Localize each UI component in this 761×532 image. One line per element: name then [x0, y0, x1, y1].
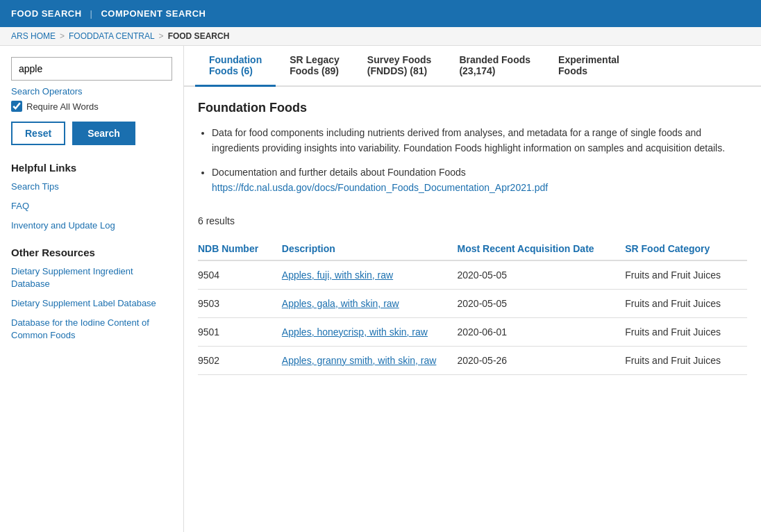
description-cell: Apples, gala, with skin, raw — [282, 289, 458, 317]
search-operators-link[interactable]: Search Operators — [11, 86, 172, 97]
info-list: Data for food components including nutri… — [198, 125, 747, 196]
table-row: 9504 Apples, fuji, with skin, raw 2020-0… — [198, 260, 747, 290]
results-table: NDB Number Description Most Recent Acqui… — [198, 238, 747, 375]
ndb-cell: 9503 — [198, 289, 282, 317]
category-cell: Fruits and Fruit Juices — [625, 260, 747, 290]
table-row: 9502 Apples, granny smith, with skin, ra… — [198, 346, 747, 374]
food-link-3[interactable]: Apples, granny smith, with skin, raw — [282, 355, 437, 366]
info-bullet-2: Documentation and further details about … — [212, 165, 747, 196]
food-link-0[interactable]: Apples, fuji, with skin, raw — [282, 269, 393, 281]
breadcrumb-sep-1: > — [60, 31, 65, 41]
col-header-date[interactable]: Most Recent Acquisition Date — [458, 238, 626, 260]
breadcrumb-ars-home[interactable]: ARS HOME — [11, 31, 56, 41]
other-resources-title: Other Resources — [11, 247, 172, 258]
date-cell: 2020-05-05 — [458, 260, 626, 290]
sidebar-link-faq[interactable]: FAQ — [11, 200, 172, 213]
food-link-1[interactable]: Apples, gala, with skin, raw — [282, 298, 399, 309]
sidebar-link-inventory[interactable]: Inventory and Update Log — [11, 219, 172, 232]
category-cell: Fruits and Fruit Juices — [625, 346, 747, 374]
category-cell: Fruits and Fruit Juices — [625, 317, 747, 346]
info-bullet-2-text: Documentation and further details about … — [212, 167, 466, 178]
col-header-description[interactable]: Description — [282, 238, 458, 260]
description-cell: Apples, honeycrisp, with skin, raw — [282, 317, 458, 346]
food-search-label[interactable]: FOOD SEARCH — [11, 8, 82, 19]
food-link-2[interactable]: Apples, honeycrisp, with skin, raw — [282, 326, 428, 338]
category-cell: Fruits and Fruit Juices — [625, 289, 747, 317]
content-body: Foundation Foods Data for food component… — [184, 87, 761, 389]
ndb-cell: 9502 — [198, 346, 282, 374]
tab-foundation-foods[interactable]: FoundationFoods (6) — [195, 46, 276, 87]
results-count: 6 results — [198, 210, 747, 226]
tab-experimental-foods[interactable]: ExperimentalFoods — [544, 46, 633, 87]
description-cell: Apples, granny smith, with skin, raw — [282, 346, 458, 374]
breadcrumb: ARS HOME > FOODDATA CENTRAL > FOOD SEARC… — [0, 27, 761, 46]
section-title: Foundation Foods — [198, 101, 747, 115]
sidebar: Search Operators Require All Words Reset… — [0, 46, 184, 532]
nav-divider: | — [90, 8, 93, 19]
breadcrumb-fooddata-central[interactable]: FOODDATA CENTRAL — [69, 31, 155, 41]
info-bullet-1-text: Data for food components including nutri… — [212, 127, 725, 153]
col-header-ndb[interactable]: NDB Number — [198, 238, 282, 260]
ndb-cell: 9501 — [198, 317, 282, 346]
breadcrumb-sep-2: > — [159, 31, 164, 41]
ndb-cell: 9504 — [198, 260, 282, 290]
component-search-label[interactable]: COMPONENT SEARCH — [101, 8, 206, 19]
sidebar-link-search-tips[interactable]: Search Tips — [11, 181, 172, 193]
sidebar-link-dsid[interactable]: Dietary Supplement Ingredient Database — [11, 265, 172, 290]
tabs: FoundationFoods (6) SR LegacyFoods (89) … — [184, 46, 761, 87]
date-cell: 2020-06-01 — [458, 317, 626, 346]
col-header-category[interactable]: SR Food Category — [625, 238, 747, 260]
content-area: FoundationFoods (6) SR LegacyFoods (89) … — [184, 46, 761, 532]
search-input-wrapper — [11, 57, 172, 81]
button-row: Reset Search — [11, 122, 172, 145]
helpful-links-section: Helpful Links Search Tips FAQ Inventory … — [11, 162, 172, 233]
breadcrumb-current: FOOD SEARCH — [168, 31, 230, 41]
require-all-words-row: Require All Words — [11, 101, 172, 112]
main-layout: Search Operators Require All Words Reset… — [0, 46, 761, 532]
table-row: 9503 Apples, gala, with skin, raw 2020-0… — [198, 289, 747, 317]
tab-sr-legacy[interactable]: SR LegacyFoods (89) — [276, 46, 353, 87]
search-button[interactable]: Search — [72, 122, 135, 145]
reset-button[interactable]: Reset — [11, 122, 65, 145]
foundation-foods-doc-link[interactable]: https://fdc.nal.usda.gov/docs/Foundation… — [212, 182, 548, 193]
require-all-words-checkbox[interactable] — [11, 101, 22, 112]
sidebar-link-dsld[interactable]: Dietary Supplement Label Database — [11, 297, 172, 310]
date-cell: 2020-05-05 — [458, 289, 626, 317]
table-row: 9501 Apples, honeycrisp, with skin, raw … — [198, 317, 747, 346]
top-nav: FOOD SEARCH | COMPONENT SEARCH — [0, 0, 761, 27]
helpful-links-title: Helpful Links — [11, 162, 172, 174]
sidebar-link-iodine-db[interactable]: Database for the Iodine Content of Commo… — [11, 317, 172, 342]
info-bullet-1: Data for food components including nutri… — [212, 125, 747, 156]
search-input[interactable] — [11, 57, 172, 81]
table-header-row: NDB Number Description Most Recent Acqui… — [198, 238, 747, 260]
tab-branded-foods[interactable]: Branded Foods(23,174) — [445, 46, 544, 87]
require-all-words-label: Require All Words — [26, 101, 99, 112]
other-resources-section: Other Resources Dietary Supplement Ingre… — [11, 247, 172, 342]
tab-survey-foods[interactable]: Survey Foods(FNDDS) (81) — [353, 46, 446, 87]
date-cell: 2020-05-26 — [458, 346, 626, 374]
description-cell: Apples, fuji, with skin, raw — [282, 260, 458, 290]
